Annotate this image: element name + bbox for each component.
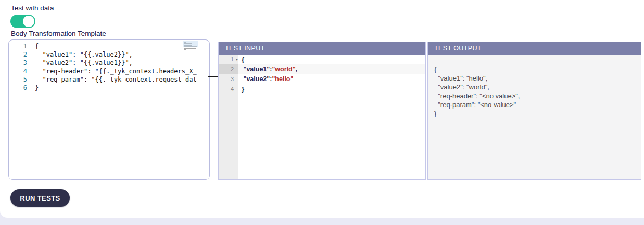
editor-line[interactable]: 1 { — [9, 42, 209, 50]
output-line: { — [434, 65, 635, 74]
gutter-row-active: 2 — [219, 64, 238, 74]
test-input-content[interactable]: { "value1":"world", "value2":"hello" } — [238, 55, 425, 179]
output-line: "req-header": "<no value>", — [434, 91, 635, 100]
text-cursor — [306, 66, 306, 73]
run-tests-button[interactable]: RUN TESTS — [10, 189, 70, 207]
test-with-data-toggle[interactable] — [10, 15, 35, 28]
template-code-editor[interactable]: 1 { 2 "value1": "{{.value2}}", 3 "value2… — [8, 39, 210, 180]
editor-line[interactable]: 4 "req-header": "{{._tyk_context.headers… — [9, 67, 209, 75]
line-number: 3 — [9, 59, 35, 67]
panel-resize-handle[interactable] — [208, 76, 218, 77]
input-line[interactable]: } — [238, 84, 425, 94]
line-number: 1 — [9, 42, 35, 50]
page: Test with data Body Transformation Templ… — [0, 0, 644, 225]
indent-guide — [43, 50, 43, 84]
input-line-active[interactable]: "value1":"world", — [238, 64, 425, 74]
input-line[interactable]: "value2":"hello" — [238, 74, 425, 84]
test-output-content: { "value1": "hello", "value2": "world", … — [428, 55, 641, 179]
test-input-panel: TEST INPUT 1▾ 2 3 4 { "value1":"world", … — [218, 42, 426, 180]
minimap-line — [184, 49, 186, 50]
output-line: "value1": "hello", — [434, 74, 635, 83]
line-number: 6 — [9, 84, 35, 92]
test-input-header: TEST INPUT — [219, 42, 425, 55]
minimap[interactable] — [184, 42, 197, 49]
test-output-header: TEST OUTPUT — [428, 42, 641, 55]
test-input-editor[interactable]: 1▾ 2 3 4 { "value1":"world", "value2":"h… — [219, 55, 425, 179]
output-line: } — [434, 109, 635, 118]
gutter-row: 4 — [219, 84, 238, 94]
test-input-gutter: 1▾ 2 3 4 — [219, 55, 238, 179]
line-number: 2 — [9, 50, 35, 59]
minimap-line — [184, 48, 196, 49]
output-line: "req-param": "<no value>" — [434, 100, 635, 109]
fold-arrow-icon[interactable]: ▾ — [236, 55, 238, 64]
line-number: 4 — [9, 67, 35, 75]
minimap-slider[interactable] — [183, 41, 198, 47]
toggle-knob — [23, 16, 34, 27]
editor-line[interactable]: 5 "req-param": "{{._tyk_context.request_… — [9, 75, 209, 84]
gutter-row: 1▾ — [219, 55, 238, 64]
editor-line[interactable]: 3 "value2": "{{.value1}}", — [9, 59, 209, 67]
output-line: "value2": "world", — [434, 83, 635, 91]
editor-line[interactable]: 2 "value1": "{{.value2}}", — [9, 50, 209, 59]
body-transformation-template-label: Body Transformation Template — [11, 30, 106, 37]
test-output-panel: TEST OUTPUT { "value1": "hello", "value2… — [427, 42, 641, 180]
editor-line[interactable]: 6 } — [9, 84, 209, 92]
line-number: 5 — [9, 75, 35, 84]
gutter-row: 3 — [219, 74, 238, 84]
test-with-data-label: Test with data — [11, 4, 54, 12]
input-line[interactable]: { — [238, 55, 425, 64]
